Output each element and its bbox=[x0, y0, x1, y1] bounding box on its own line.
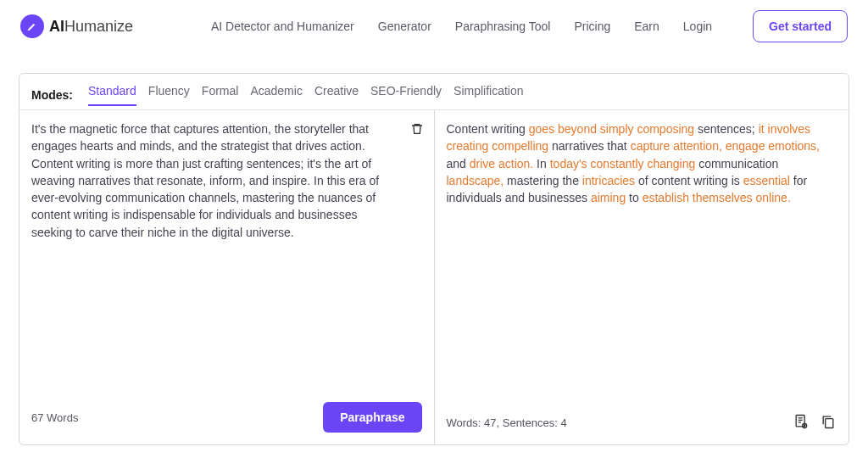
modes-label: Modes: bbox=[31, 88, 73, 102]
mode-tab-creative[interactable]: Creative bbox=[314, 84, 359, 106]
output-text-span: narratives that bbox=[548, 139, 631, 153]
nav-item-login[interactable]: Login bbox=[683, 20, 712, 33]
copy-icon[interactable] bbox=[820, 413, 837, 433]
output-text-span: sentences; bbox=[694, 122, 759, 136]
main-nav: AI Detector and HumanizerGeneratorParaph… bbox=[211, 20, 712, 33]
brand-logo[interactable]: AIHumanize bbox=[20, 14, 133, 38]
nav-item-earn[interactable]: Earn bbox=[634, 20, 659, 33]
output-highlight-span: landscape, bbox=[447, 174, 504, 187]
nav-item-ai-detector-and-humanizer[interactable]: AI Detector and Humanizer bbox=[211, 20, 354, 33]
output-text-span: mastering the bbox=[504, 174, 582, 187]
nav-item-pricing[interactable]: Pricing bbox=[574, 20, 610, 33]
output-highlight-span: goes beyond simply composing bbox=[529, 122, 694, 136]
output-highlight-span: drive action. bbox=[470, 157, 533, 170]
paraphrase-button[interactable]: Paraphrase bbox=[323, 402, 421, 433]
mode-tab-simplification[interactable]: Simplification bbox=[453, 84, 523, 106]
editor-columns: It's the magnetic force that captures at… bbox=[19, 110, 849, 444]
output-highlight-span: aiming bbox=[591, 191, 626, 204]
top-bar: AIHumanize AI Detector and HumanizerGene… bbox=[0, 0, 868, 53]
mode-tab-seo-friendly[interactable]: SEO-Friendly bbox=[370, 84, 442, 106]
svg-rect-2 bbox=[826, 419, 833, 428]
mode-tab-fluency[interactable]: Fluency bbox=[148, 84, 190, 106]
output-highlight-span: intricacies bbox=[582, 174, 635, 187]
pencil-icon bbox=[20, 14, 44, 38]
output-highlight-span: capture attention, engage emotions, bbox=[631, 139, 820, 153]
output-text: Content writing goes beyond simply compo… bbox=[435, 110, 849, 405]
output-stats: Words: 47, Sentences: 4 bbox=[447, 416, 567, 429]
output-highlight-span: today's constantly changing bbox=[550, 157, 696, 170]
output-text-span: In bbox=[533, 157, 549, 170]
output-column: Content writing goes beyond simply compo… bbox=[434, 110, 849, 444]
input-column: It's the magnetic force that captures at… bbox=[19, 110, 434, 444]
trash-icon[interactable] bbox=[409, 120, 426, 137]
mode-tab-academic[interactable]: Academic bbox=[250, 84, 302, 106]
mode-tab-standard[interactable]: Standard bbox=[88, 84, 136, 106]
modes-row: Modes: StandardFluencyFormalAcademicCrea… bbox=[19, 74, 849, 110]
input-text-content: It's the magnetic force that captures at… bbox=[31, 120, 422, 241]
output-actions bbox=[793, 413, 837, 433]
output-text-span: of content writing is bbox=[635, 174, 743, 187]
input-textarea[interactable]: It's the magnetic force that captures at… bbox=[19, 110, 434, 394]
nav-item-generator[interactable]: Generator bbox=[378, 20, 431, 33]
output-highlight-span: establish themselves online. bbox=[643, 191, 791, 204]
paraphrase-panel: Modes: StandardFluencyFormalAcademicCrea… bbox=[19, 73, 849, 445]
output-text-span: communication bbox=[695, 157, 778, 170]
output-highlight-span: essential bbox=[743, 174, 790, 187]
output-text-span: and bbox=[447, 157, 470, 170]
output-text-span: Content writing bbox=[447, 122, 529, 136]
input-footer: 67 Words Paraphrase bbox=[19, 394, 434, 444]
get-started-button[interactable]: Get started bbox=[753, 10, 848, 42]
nav-item-paraphrasing-tool[interactable]: Paraphrasing Tool bbox=[455, 20, 551, 33]
output-footer: Words: 47, Sentences: 4 bbox=[435, 405, 849, 444]
mode-tab-formal[interactable]: Formal bbox=[202, 84, 239, 106]
export-doc-icon[interactable] bbox=[793, 413, 810, 433]
input-word-count: 67 Words bbox=[31, 411, 78, 424]
output-text-span: to bbox=[626, 191, 642, 204]
